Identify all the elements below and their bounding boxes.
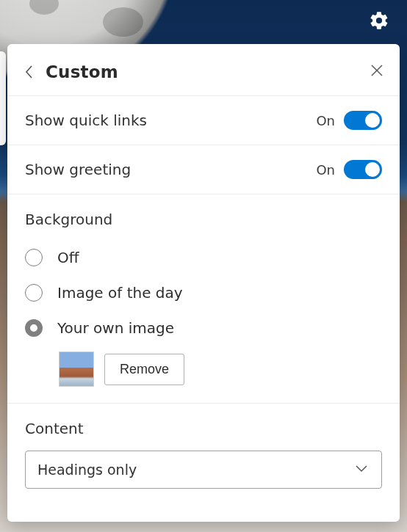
background-option-image-of-the-day[interactable]: Image of the day (25, 277, 382, 312)
toggle-label: Show greeting (25, 161, 316, 178)
chevron-down-icon (353, 460, 370, 479)
adjacent-panel-edge (0, 51, 6, 145)
radio-icon (25, 249, 43, 266)
toggle-row-greeting: Show greeting On (7, 145, 400, 194)
background-section: Background Off Image of the day Your own… (7, 194, 400, 404)
close-button[interactable] (370, 64, 383, 80)
background-option-off[interactable]: Off (25, 241, 382, 277)
select-value: Headings only (37, 462, 353, 478)
back-button[interactable] (24, 63, 35, 84)
greeting-toggle[interactable] (344, 160, 382, 179)
radio-icon-selected (25, 319, 43, 337)
section-title-content: Content (25, 420, 382, 437)
panel-title: Custom (46, 62, 118, 81)
toggle-row-quick-links: Show quick links On (7, 96, 400, 145)
section-title-background: Background (25, 211, 382, 228)
remove-image-button[interactable]: Remove (104, 354, 184, 385)
toggle-label: Show quick links (25, 112, 316, 129)
quick-links-toggle[interactable] (344, 111, 382, 130)
background-option-your-own-image[interactable]: Your own image (25, 312, 382, 347)
settings-gear-icon[interactable] (369, 10, 389, 34)
own-image-controls: Remove (59, 351, 382, 387)
radio-label: Your own image (57, 319, 174, 337)
radio-label: Off (57, 249, 79, 266)
content-select[interactable]: Headings only (25, 451, 382, 489)
radio-icon (25, 284, 43, 302)
toggle-state-text: On (316, 113, 335, 128)
background-thumbnail[interactable] (59, 351, 94, 387)
custom-settings-panel: Custom Show quick links On Show greeting… (7, 44, 400, 522)
panel-header: Custom (7, 44, 400, 96)
content-section: Content Headings only (7, 404, 400, 508)
radio-label: Image of the day (57, 284, 183, 302)
toggle-state-text: On (316, 162, 335, 178)
